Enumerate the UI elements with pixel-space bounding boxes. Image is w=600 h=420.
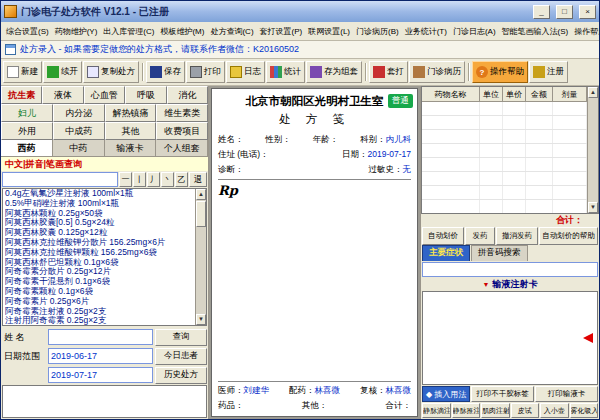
iv-drip-button[interactable]: 静脉滴注 <box>422 403 451 418</box>
table-row[interactable] <box>422 144 587 158</box>
drug-list-item[interactable]: 阿奇霉素干混悬剂 0.1g×6袋 <box>3 277 195 287</box>
tab-main-symptoms[interactable]: 主要症状 <box>422 245 470 261</box>
print-infusion-card-button[interactable]: 打印输液卡 <box>535 386 598 402</box>
tab-pinyin-search[interactable]: 拼音码搜索 <box>471 245 528 261</box>
insert-usage-button[interactable]: ◆ 插入用法 <box>422 386 470 402</box>
menu-item-11[interactable]: 智能笔画输入法(S) <box>499 24 572 39</box>
search-patient-button[interactable]: 查询 <box>155 329 207 346</box>
table-row[interactable] <box>422 186 587 200</box>
today-patients-button[interactable]: 今日患者 <box>155 348 207 365</box>
copy-prescription-button[interactable]: 复制处方 <box>83 61 139 83</box>
help-button[interactable]: ? 操作帮助 <box>472 61 528 83</box>
doctor-name[interactable]: 刘建华 <box>244 385 270 395</box>
menu-item-1[interactable]: 综合设置(S) <box>3 24 52 39</box>
category-fee-items[interactable]: 收费项目 <box>156 122 208 140</box>
im-injection-button[interactable]: 肌肉注射 <box>481 403 510 418</box>
category-fluids[interactable]: 液体 <box>42 86 83 104</box>
minimize-button[interactable]: _ <box>533 5 550 19</box>
dispenser-name[interactable]: 林喜微 <box>315 385 341 395</box>
outpatient-records-button[interactable]: 门诊病历 <box>409 61 465 83</box>
tab-infusion-card[interactable]: 输液卡 <box>105 140 157 156</box>
continue-button[interactable]: 续开 <box>43 61 82 83</box>
order-table-scrollbar[interactable]: ▲ ▼ <box>587 87 598 213</box>
drug-list-scrollbar[interactable]: ▲ ▼ <box>195 189 206 325</box>
category-obgyn-peds[interactable]: 妇儿 <box>1 104 53 122</box>
prescription-date-value[interactable]: 2019-07-17 <box>368 149 411 159</box>
patient-result-list[interactable] <box>2 385 207 418</box>
menu-item-6[interactable]: 套打设置(P) <box>257 24 306 39</box>
category-respiratory[interactable]: 呼吸 <box>125 86 166 104</box>
date-to-input[interactable] <box>48 367 153 383</box>
scroll-down-icon[interactable]: ▼ <box>588 202 598 213</box>
tab-western-medicine[interactable]: 西药 <box>1 140 53 156</box>
table-row[interactable] <box>422 158 587 172</box>
table-row[interactable] <box>422 116 587 130</box>
menu-item-10[interactable]: 门诊日志(A) <box>450 24 499 39</box>
category-other[interactable]: 其他 <box>105 122 157 140</box>
menu-item-4[interactable]: 模板维护(M) <box>157 24 207 39</box>
table-row[interactable] <box>422 130 587 144</box>
log-button[interactable]: 日志 <box>226 61 265 83</box>
date-from-input[interactable] <box>48 348 153 364</box>
save-as-set-button[interactable]: 存为组套 <box>306 61 362 83</box>
drug-list-item[interactable]: 阿莫西林胶囊[0.5] 0.5g×24粒 <box>3 218 195 228</box>
drug-list-item[interactable]: 阿莫西林颗粒 0.25g×50袋 <box>3 209 195 219</box>
menu-item-5[interactable]: 处方查询(C) <box>207 24 256 39</box>
stroke-shu-button[interactable]: 丨 <box>133 172 146 187</box>
category-antipyretic[interactable]: 解热镇痛 <box>105 104 157 122</box>
menu-item-3[interactable]: 出入库管理(C) <box>100 24 157 39</box>
scroll-up-icon[interactable]: ▲ <box>196 189 206 200</box>
drug-list-item[interactable]: 注射用阿奇霉素 0.25g×2支 <box>3 316 195 326</box>
stats-button[interactable]: 统计 <box>266 61 305 83</box>
drug-list-item[interactable]: 0.4g左氧氟沙星注射液 100ml×1瓶 <box>3 189 195 199</box>
prescription-type-badge[interactable]: 普通 <box>388 94 413 108</box>
new-button[interactable]: 新建 <box>3 61 42 83</box>
undo-dispense-button[interactable]: 撤消发药 <box>496 227 538 245</box>
dept-value[interactable]: 内儿科 <box>385 134 411 144</box>
drug-list-item[interactable]: 阿莫西林胶囊 0.125g×12粒 <box>3 228 195 238</box>
drug-search-input[interactable] <box>2 172 118 187</box>
auto-price-help-button[interactable]: 自动划价的帮助 <box>539 227 598 245</box>
prescription-body-area[interactable] <box>218 198 411 381</box>
category-cardio[interactable]: 心血管 <box>84 86 125 104</box>
drug-list-item[interactable]: 阿莫西林舒巴坦颗粒 0.1g×6袋 <box>3 258 195 268</box>
close-button[interactable]: × <box>579 5 596 19</box>
menu-item-7[interactable]: 联网设置(L) <box>305 24 353 39</box>
print-button[interactable]: 打印 <box>186 61 225 83</box>
template-print-button[interactable]: 套打 <box>369 61 408 83</box>
stroke-dian-button[interactable]: 丶 <box>161 172 174 187</box>
drug-list-item[interactable]: 阿奇霉素注射液 0.25g×2支 <box>3 307 195 317</box>
register-button[interactable]: 注册 <box>529 61 568 83</box>
tab-personal-sets[interactable]: 个人组套 <box>156 140 208 156</box>
category-endocrine[interactable]: 内分泌 <box>53 104 105 122</box>
category-antibiotics[interactable]: 抗生素 <box>1 86 42 104</box>
scrollbar-thumb[interactable] <box>196 201 206 227</box>
category-digestive[interactable]: 消化 <box>167 86 208 104</box>
auto-price-button[interactable]: 自动划价 <box>422 227 464 245</box>
menu-item-9[interactable]: 业务统计(T) <box>402 24 450 39</box>
drug-list-item[interactable]: 阿奇霉素颗粒 0.1g×6袋 <box>3 287 195 297</box>
drug-list-item[interactable]: 阿奇霉素片 0.25g×6片 <box>3 297 195 307</box>
stroke-backspace-button[interactable]: 退 <box>189 172 207 187</box>
patient-name-input[interactable] <box>48 329 153 345</box>
menu-item-12[interactable]: 操作帮助(H) <box>571 24 599 39</box>
table-row[interactable] <box>422 102 587 116</box>
infusion-card-area[interactable] <box>422 291 598 385</box>
dispense-button[interactable]: 发药 <box>465 227 495 245</box>
category-topical[interactable]: 外用 <box>1 122 53 140</box>
skin-test-button[interactable]: 皮试 <box>511 403 540 418</box>
menu-item-8[interactable]: 门诊病历(B) <box>353 24 402 39</box>
history-prescriptions-button[interactable]: 历史处方 <box>155 367 207 384</box>
menu-item-2[interactable]: 药物维护(Y) <box>52 24 101 39</box>
iv-push-button[interactable]: 静脉推注 <box>452 403 481 418</box>
drug-list-item[interactable]: 阿奇霉素分散片 0.25g×12片 <box>3 267 195 277</box>
stroke-zhe-button[interactable]: 乙 <box>175 172 188 187</box>
tab-tcm[interactable]: 中药 <box>53 140 105 156</box>
allergy-value[interactable]: 无 <box>403 164 412 174</box>
drug-list-item[interactable]: 阿莫西林克拉维酸钾颗粒 156.25mg×6袋 <box>3 248 195 258</box>
table-row[interactable] <box>422 172 587 186</box>
maximize-button[interactable]: □ <box>556 5 573 19</box>
category-vitamins[interactable]: 维生素类 <box>156 104 208 122</box>
stroke-heng-button[interactable]: 一 <box>119 172 132 187</box>
drug-list-item[interactable]: 阿莫西林克拉维酸钾分散片 156.25mg×6片 <box>3 238 195 248</box>
